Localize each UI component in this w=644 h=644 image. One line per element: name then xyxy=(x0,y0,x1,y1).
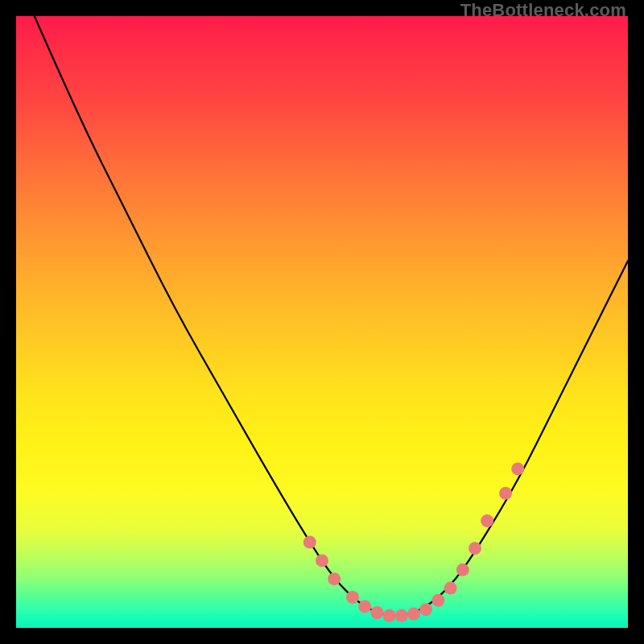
highlight-dot xyxy=(511,462,524,475)
highlight-dot xyxy=(316,554,328,567)
highlight-dot xyxy=(370,606,383,619)
highlight-dot xyxy=(407,608,420,621)
marker-layer xyxy=(303,462,524,621)
highlight-dot xyxy=(383,609,396,622)
watermark-text: TheBottleneck.com xyxy=(460,0,626,21)
bottleneck-curve xyxy=(35,16,628,616)
bottleneck-chart xyxy=(16,16,628,628)
highlight-dot xyxy=(444,582,457,595)
highlight-dot xyxy=(358,600,371,613)
curve-layer xyxy=(35,16,628,616)
highlight-dot xyxy=(395,609,408,622)
highlight-dot xyxy=(303,536,316,549)
highlight-dot xyxy=(419,603,432,616)
chart-frame xyxy=(16,16,628,628)
highlight-dot xyxy=(499,487,512,500)
highlight-dot xyxy=(481,514,493,527)
highlight-dot xyxy=(469,542,481,555)
highlight-dot xyxy=(346,591,359,604)
highlight-dot xyxy=(431,594,444,607)
highlight-dot xyxy=(328,572,341,585)
highlight-dot xyxy=(456,564,469,576)
